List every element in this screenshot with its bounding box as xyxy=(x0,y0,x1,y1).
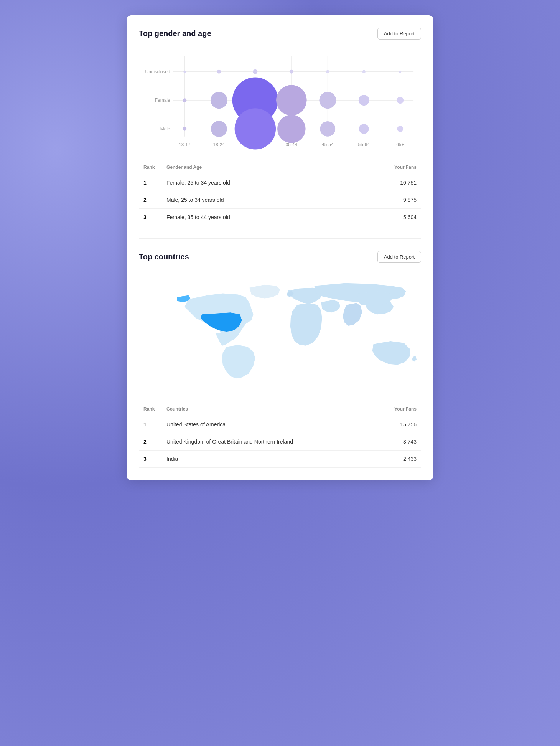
countries-table: Rank Countries Your Fans 1 United States… xyxy=(139,403,421,468)
main-card: Top gender and age Add to Report Undiscl… xyxy=(127,15,433,480)
bubble-chart-svg: Undisclosed Female Male 13-17 18-24 25-3… xyxy=(139,49,421,159)
gender-age-add-to-report-button[interactable]: Add to Report xyxy=(377,28,421,40)
col-gender-age-header: Gender and Age xyxy=(162,161,343,174)
gender-age-label-1: Female, 25 to 34 years old xyxy=(162,174,343,191)
bubble-undisclosed-18-24 xyxy=(217,70,221,74)
gender-age-label-2: Male, 25 to 34 years old xyxy=(162,191,343,209)
bubble-undisclosed-45-54 xyxy=(326,70,329,73)
bubble-male-35-44 xyxy=(277,115,306,143)
world-map-container xyxy=(139,272,421,395)
bubble-male-45-54 xyxy=(320,121,335,137)
middle-east-shape xyxy=(321,300,340,313)
country-rank-3: 3 xyxy=(139,451,162,468)
bubble-female-45-54 xyxy=(319,92,336,109)
bubble-female-13-17 xyxy=(183,98,186,102)
country-fans-1: 15,756 xyxy=(372,416,421,433)
col-rank-countries-header: Rank xyxy=(139,403,162,416)
bubble-male-18-24 xyxy=(211,121,227,137)
table-row: 3 India 2,433 xyxy=(139,451,421,468)
x-label-55-64: 55-64 xyxy=(358,142,370,147)
col-countries-header: Countries xyxy=(162,403,372,416)
countries-add-to-report-button[interactable]: Add to Report xyxy=(377,251,421,263)
fans-1: 10,751 xyxy=(343,174,421,191)
gender-age-label-3: Female, 35 to 44 years old xyxy=(162,209,343,226)
new-zealand-shape xyxy=(412,356,417,362)
table-row: 3 Female, 35 to 44 years old 5,604 xyxy=(139,209,421,226)
bubble-undisclosed-25-34 xyxy=(253,69,257,74)
country-label-1: United States of America xyxy=(162,416,372,433)
table-row: 2 Male, 25 to 34 years old 9,875 xyxy=(139,191,421,209)
col-your-fans-countries-header: Your Fans xyxy=(372,403,421,416)
bubble-undisclosed-35-44 xyxy=(290,70,293,74)
mexico-shape xyxy=(215,333,232,346)
x-label-13-17: 13-17 xyxy=(179,142,191,147)
country-rank-1: 1 xyxy=(139,416,162,433)
usa-shape xyxy=(201,313,242,332)
gender-age-title: Top gender and age xyxy=(139,29,211,38)
country-label-2: United Kingdom of Great Britain and Nort… xyxy=(162,433,372,451)
bubble-undisclosed-55-64 xyxy=(362,70,366,73)
bubble-undisclosed-65plus xyxy=(399,71,401,73)
col-rank-header: Rank xyxy=(139,161,162,174)
bubble-chart-container: Undisclosed Female Male 13-17 18-24 25-3… xyxy=(139,49,421,161)
fans-2: 9,875 xyxy=(343,191,421,209)
country-fans-3: 2,433 xyxy=(372,451,421,468)
country-label-3: India xyxy=(162,451,372,468)
bubble-male-65plus xyxy=(397,126,403,132)
table-row: 1 United States of America 15,756 xyxy=(139,416,421,433)
greenland-shape xyxy=(249,285,280,299)
y-label-male: Male xyxy=(160,126,170,132)
rank-2: 2 xyxy=(139,191,162,209)
y-label-undisclosed: Undisclosed xyxy=(145,69,170,74)
rank-3: 3 xyxy=(139,209,162,226)
country-fans-2: 3,743 xyxy=(372,433,421,451)
bubble-female-65plus xyxy=(397,97,404,104)
bubble-male-55-64 xyxy=(359,124,369,134)
rank-1: 1 xyxy=(139,174,162,191)
section-divider xyxy=(139,238,421,239)
y-label-female: Female xyxy=(155,97,170,103)
india-shape xyxy=(343,303,362,326)
countries-header: Top countries Add to Report xyxy=(139,251,421,263)
bubble-female-35-44 xyxy=(276,85,307,116)
gender-age-header: Top gender and age Add to Report xyxy=(139,28,421,40)
countries-title: Top countries xyxy=(139,253,189,261)
bubble-female-55-64 xyxy=(359,95,369,106)
x-label-45-54: 45-54 xyxy=(322,142,334,147)
table-row: 2 United Kingdom of Great Britain and No… xyxy=(139,433,421,451)
south-america-shape xyxy=(222,345,255,379)
world-map-svg xyxy=(139,272,421,395)
x-label-18-24: 18-24 xyxy=(213,142,225,147)
bubble-female-18-24 xyxy=(211,92,227,109)
x-label-65plus: 65+ xyxy=(396,142,404,147)
col-your-fans-header: Your Fans xyxy=(343,161,421,174)
bubble-male-25-34 xyxy=(235,108,276,149)
africa-shape xyxy=(290,303,322,346)
gender-age-table: Rank Gender and Age Your Fans 1 Female, … xyxy=(139,161,421,226)
country-rank-2: 2 xyxy=(139,433,162,451)
australia-shape xyxy=(372,341,410,365)
table-row: 1 Female, 25 to 34 years old 10,751 xyxy=(139,174,421,191)
bubble-male-13-17 xyxy=(183,127,186,131)
fans-3: 5,604 xyxy=(343,209,421,226)
bubble-undisclosed-13-17 xyxy=(183,71,186,73)
